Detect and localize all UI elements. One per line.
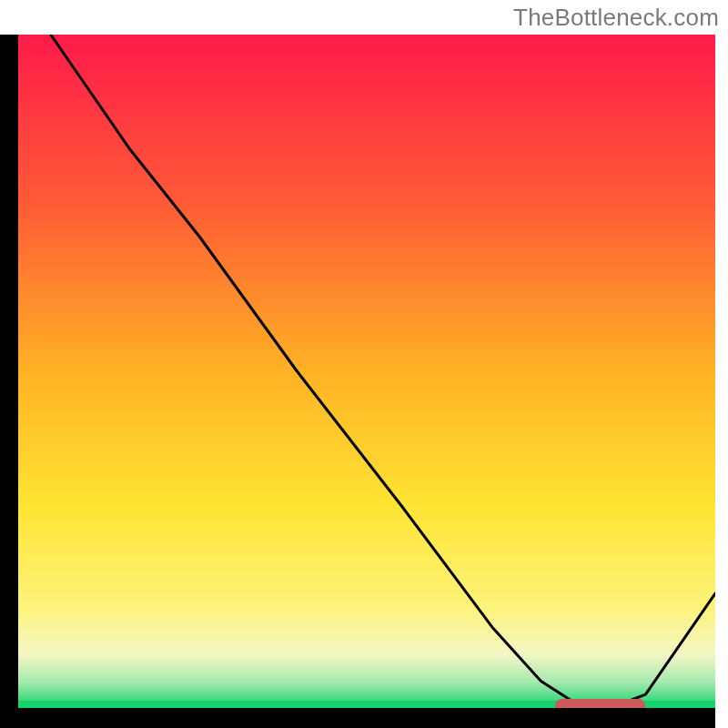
chart-container: TheBottleneck.com [0,0,728,728]
bottleneck-chart [0,0,728,728]
watermark-label: TheBottleneck.com [513,4,719,32]
